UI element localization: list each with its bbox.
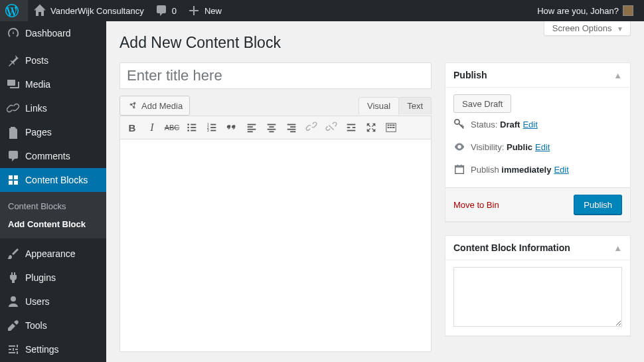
home-icon <box>33 4 46 17</box>
media-icon <box>127 100 139 112</box>
svg-rect-25 <box>287 129 296 130</box>
user-icon <box>7 295 20 308</box>
menu-posts[interactable]: Posts <box>0 48 106 72</box>
svg-rect-35 <box>388 127 390 128</box>
svg-rect-28 <box>347 127 351 128</box>
collapse-icon[interactable]: ▲ <box>613 243 622 253</box>
edit-visibility-link[interactable]: Edit <box>535 142 550 152</box>
edit-publish-date-link[interactable]: Edit <box>554 165 568 175</box>
menu-dashboard[interactable]: Dashboard <box>0 21 106 45</box>
svg-rect-29 <box>353 127 356 128</box>
italic-button[interactable]: I <box>143 119 161 136</box>
screen-options-toggle[interactable]: Screen Options ▼ <box>544 21 631 36</box>
publish-box: Publish ▲ Save Draft Status: Draft Edit … <box>445 62 631 222</box>
chevron-down-icon: ▼ <box>617 25 623 33</box>
wp-logo[interactable] <box>0 0 28 21</box>
tab-visual[interactable]: Visual <box>359 97 399 115</box>
svg-rect-23 <box>287 124 296 126</box>
menu-tools[interactable]: Tools <box>0 314 106 337</box>
add-media-button[interactable]: Add Media <box>120 96 190 116</box>
key-icon <box>453 118 465 130</box>
align-right-button[interactable] <box>282 119 301 136</box>
dashboard-icon <box>7 27 20 40</box>
menu-media[interactable]: Media <box>0 72 106 96</box>
svg-rect-36 <box>390 127 392 128</box>
bold-button[interactable]: B <box>123 119 141 136</box>
svg-rect-10 <box>210 124 216 126</box>
fullscreen-button[interactable] <box>362 119 380 136</box>
unlink-button[interactable] <box>322 119 341 136</box>
strikethrough-button[interactable]: ABC <box>163 119 181 136</box>
svg-rect-16 <box>248 126 253 128</box>
svg-rect-18 <box>248 131 253 132</box>
sliders-icon <box>7 343 20 356</box>
menu-appearance[interactable]: Appearance <box>0 242 106 266</box>
post-title-input[interactable] <box>120 62 432 89</box>
info-textarea[interactable] <box>453 267 622 327</box>
menu-links[interactable]: Links <box>0 96 106 120</box>
svg-point-5 <box>187 127 189 129</box>
brush-icon <box>7 247 20 260</box>
comment-icon <box>155 4 168 17</box>
new-content-link[interactable]: New <box>182 0 227 21</box>
svg-rect-4 <box>191 124 196 126</box>
link-icon <box>7 102 20 115</box>
menu-settings[interactable]: Settings <box>0 337 106 361</box>
svg-rect-12 <box>210 127 216 128</box>
plus-icon <box>187 4 201 17</box>
svg-rect-19 <box>268 124 276 126</box>
svg-rect-17 <box>248 129 256 130</box>
submenu-item-content-blocks[interactable]: Content Blocks <box>0 197 106 215</box>
align-left-button[interactable] <box>242 119 261 136</box>
info-box-title: Content Block Information <box>453 242 570 253</box>
svg-rect-40 <box>455 166 464 168</box>
wordpress-icon <box>5 4 19 17</box>
menu-pages[interactable]: Pages <box>0 120 106 144</box>
menu-plugins[interactable]: Plugins <box>0 266 106 290</box>
submenu-item-add-content-block[interactable]: Add Content Block <box>0 215 106 233</box>
svg-rect-41 <box>457 165 458 167</box>
svg-rect-22 <box>269 131 274 132</box>
grid-icon <box>7 173 20 187</box>
save-draft-button[interactable]: Save Draft <box>453 94 511 113</box>
svg-rect-6 <box>191 127 196 128</box>
edit-status-link[interactable]: Edit <box>523 120 537 130</box>
calendar-icon <box>453 163 465 175</box>
collapse-icon[interactable]: ▲ <box>613 70 622 80</box>
toolbar-toggle-button[interactable] <box>382 119 400 136</box>
svg-rect-32 <box>388 125 390 126</box>
comments-icon <box>7 149 20 163</box>
menu-comments[interactable]: Comments <box>0 144 106 168</box>
publish-button[interactable]: Publish <box>574 195 622 215</box>
howdy-text: How are you, Johan? <box>537 6 619 16</box>
svg-rect-20 <box>269 126 274 128</box>
insert-more-button[interactable] <box>342 119 361 136</box>
pin-icon <box>7 54 20 67</box>
svg-rect-37 <box>392 127 395 128</box>
editor-toolbar: B I ABC 123 <box>120 116 432 139</box>
my-account-link[interactable]: How are you, Johan? <box>532 0 639 21</box>
svg-point-3 <box>187 124 189 126</box>
comments-link[interactable]: 0 <box>149 0 182 21</box>
number-list-button[interactable]: 123 <box>202 119 221 136</box>
bullet-list-button[interactable] <box>183 119 201 136</box>
blockquote-button[interactable] <box>222 119 241 136</box>
svg-rect-26 <box>290 131 295 132</box>
menu-users[interactable]: Users <box>0 290 106 314</box>
comment-count: 0 <box>172 6 177 16</box>
svg-rect-30 <box>347 130 356 132</box>
link-button[interactable] <box>302 119 321 136</box>
eye-icon <box>453 141 465 153</box>
avatar <box>623 5 633 16</box>
menu-content-blocks[interactable]: Content Blocks <box>0 168 106 192</box>
move-to-bin-link[interactable]: Move to Bin <box>453 200 499 210</box>
editor-content-area[interactable] <box>120 139 432 352</box>
svg-rect-24 <box>290 126 295 128</box>
svg-rect-34 <box>392 125 395 126</box>
svg-rect-14 <box>210 130 216 132</box>
svg-rect-42 <box>461 165 462 167</box>
align-center-button[interactable] <box>262 119 281 136</box>
site-name: VanderWijk Consultancy <box>50 6 144 16</box>
site-name-link[interactable]: VanderWijk Consultancy <box>28 0 149 21</box>
tab-text[interactable]: Text <box>398 97 432 114</box>
